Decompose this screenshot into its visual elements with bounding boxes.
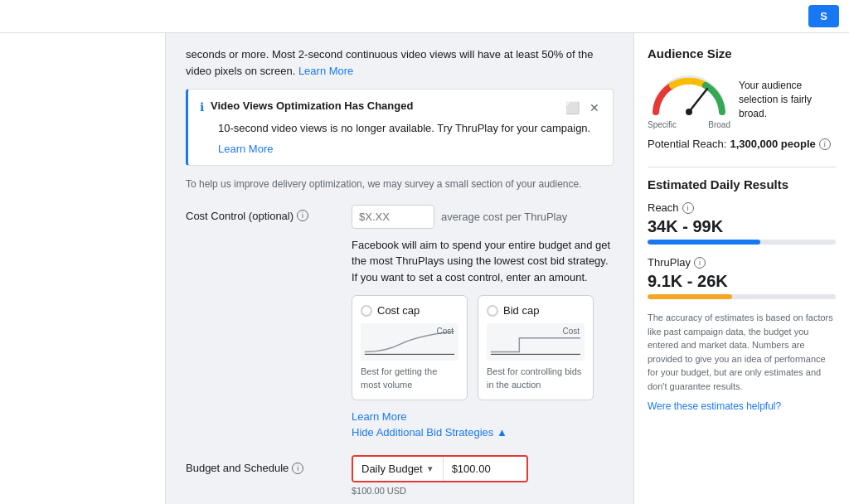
cost-cap-card-title: Cost cap bbox=[361, 304, 458, 317]
budget-dropdown-label: Daily Budget bbox=[361, 463, 423, 475]
notification-learn-more-row: Learn More bbox=[218, 143, 601, 155]
notification-learn-more-link[interactable]: Learn More bbox=[218, 143, 273, 155]
bid-cards-container: Cost cap Cost Best for getting the most … bbox=[352, 295, 614, 400]
reach-info-icon[interactable]: i bbox=[682, 202, 694, 214]
helpful-link[interactable]: Were these estimates helpful? bbox=[648, 400, 781, 412]
sidebar-divider bbox=[648, 167, 836, 167]
bid-cap-chart: Cost bbox=[487, 323, 585, 361]
bid-cap-radio[interactable] bbox=[487, 305, 498, 317]
reach-progress-bg bbox=[648, 240, 836, 245]
cost-learn-more-row: Learn More bbox=[352, 410, 614, 423]
helpful-link-row: Were these estimates helpful? bbox=[648, 400, 836, 412]
gauge-labels: Specific Broad bbox=[648, 120, 730, 129]
notification-actions: ⬜ ✕ bbox=[564, 99, 601, 116]
gauge-container: Specific Broad Your audience selection i… bbox=[648, 70, 836, 129]
right-sidebar: Audience Size bbox=[633, 33, 849, 504]
svg-line-2 bbox=[689, 89, 707, 112]
audience-size-section: Audience Size bbox=[648, 46, 836, 150]
top-bar: S bbox=[0, 0, 849, 33]
reach-metric: Reach i 34K - 99K bbox=[648, 201, 836, 245]
cost-cap-chart-label: Cost bbox=[436, 327, 454, 336]
reach-label: Reach i bbox=[648, 201, 836, 214]
hide-strategies-row: Hide Additional Bid Strategies ▲ bbox=[352, 426, 614, 439]
thruplay-progress-bg bbox=[648, 294, 836, 299]
top-description-text: seconds or more. Most 2-second continuou… bbox=[186, 48, 593, 77]
bid-cap-card-title: Bid cap bbox=[487, 304, 585, 317]
notification-pin-button[interactable]: ⬜ bbox=[564, 99, 581, 116]
reach-progress-fill bbox=[648, 240, 760, 245]
thruplay-progress-fill bbox=[648, 294, 732, 299]
broad-label: Broad bbox=[708, 120, 730, 129]
bid-cap-card[interactable]: Bid cap Cost Best for controlling bids i… bbox=[478, 295, 594, 400]
budget-input-container: Daily Budget ▼ $100.00 USD bbox=[352, 455, 528, 496]
bid-cap-chart-label: Cost bbox=[562, 327, 580, 336]
budget-usd-note: $100.00 USD bbox=[352, 486, 528, 496]
estimated-daily-section: Estimated Daily Results Reach i 34K - 99… bbox=[648, 177, 836, 412]
bid-cap-description: Best for controlling bids in the auction bbox=[487, 366, 585, 391]
budget-dropdown-chevron: ▼ bbox=[426, 464, 434, 473]
gauge-svg bbox=[648, 70, 730, 116]
potential-reach-value: 1,300,000 people bbox=[730, 138, 815, 150]
cost-control-right: average cost per ThruPlay Facebook will … bbox=[352, 205, 614, 442]
hide-strategies-link[interactable]: Hide Additional Bid Strategies ▲ bbox=[352, 426, 507, 439]
cost-learn-more-link[interactable]: Learn More bbox=[352, 410, 406, 423]
cost-cap-description: Best for getting the most volume bbox=[361, 366, 458, 391]
thruplay-metric: ThruPlay i 9.1K - 26K bbox=[648, 256, 836, 299]
cost-cap-radio[interactable] bbox=[361, 305, 372, 317]
audience-size-title: Audience Size bbox=[648, 46, 836, 61]
notification-body: 10-second video views is no longer avail… bbox=[218, 121, 601, 136]
cost-control-suffix: average cost per ThruPlay bbox=[441, 211, 567, 223]
gauge-wrap: Specific Broad bbox=[648, 70, 730, 129]
top-learn-more-link[interactable]: Learn More bbox=[298, 65, 353, 77]
thruplay-info-icon[interactable]: i bbox=[694, 257, 706, 269]
budget-schedule-row: Budget and Schedule i Daily Budget ▼ $10… bbox=[186, 455, 614, 496]
center-content: seconds or more. Most 2-second continuou… bbox=[166, 33, 633, 504]
cost-control-input-row: average cost per ThruPlay bbox=[352, 205, 614, 229]
cost-control-description: Facebook will aim to spend your entire b… bbox=[352, 237, 614, 286]
specific-label: Specific bbox=[648, 120, 677, 129]
potential-reach-info-icon[interactable]: i bbox=[819, 138, 831, 150]
audience-gauge-description: Your audience selection is fairly broad. bbox=[739, 79, 836, 120]
svg-point-3 bbox=[686, 109, 692, 115]
top-text-block: seconds or more. Most 2-second continuou… bbox=[186, 46, 614, 79]
budget-type-dropdown[interactable]: Daily Budget ▼ bbox=[353, 457, 444, 481]
survey-text: To help us improve delivery optimization… bbox=[186, 177, 614, 191]
save-button[interactable]: S bbox=[808, 5, 839, 27]
potential-reach: Potential Reach: 1,300,000 people i bbox=[648, 138, 836, 150]
cost-control-input[interactable] bbox=[352, 205, 434, 229]
budget-schedule-label: Budget and Schedule i bbox=[186, 455, 352, 474]
notification-title: Video Views Optimization Has Changed bbox=[211, 99, 557, 112]
budget-value-input[interactable] bbox=[444, 457, 526, 481]
left-nav bbox=[0, 33, 166, 504]
budget-input-group: Daily Budget ▼ bbox=[352, 455, 528, 482]
reach-value: 34K - 99K bbox=[648, 217, 836, 236]
cost-control-label: Cost Control (optional) i bbox=[186, 205, 352, 222]
thruplay-label: ThruPlay i bbox=[648, 256, 836, 269]
info-icon: ℹ bbox=[200, 100, 204, 114]
estimated-daily-title: Estimated Daily Results bbox=[648, 177, 836, 191]
accuracy-text: The accuracy of estimates is based on fa… bbox=[648, 311, 836, 393]
cost-cap-chart: Cost bbox=[361, 323, 458, 361]
notification-box: ℹ Video Views Optimization Has Changed ⬜… bbox=[186, 89, 614, 166]
notification-close-button[interactable]: ✕ bbox=[588, 99, 601, 116]
cost-control-info-icon[interactable]: i bbox=[297, 210, 308, 221]
notification-header: ℹ Video Views Optimization Has Changed ⬜… bbox=[200, 99, 601, 116]
cost-control-row: Cost Control (optional) i average cost p… bbox=[186, 205, 614, 442]
thruplay-value: 9.1K - 26K bbox=[648, 272, 836, 291]
budget-schedule-info-icon[interactable]: i bbox=[292, 463, 303, 474]
cost-cap-card[interactable]: Cost cap Cost Best for getting the most … bbox=[352, 295, 468, 400]
potential-reach-label: Potential Reach: bbox=[648, 138, 726, 150]
